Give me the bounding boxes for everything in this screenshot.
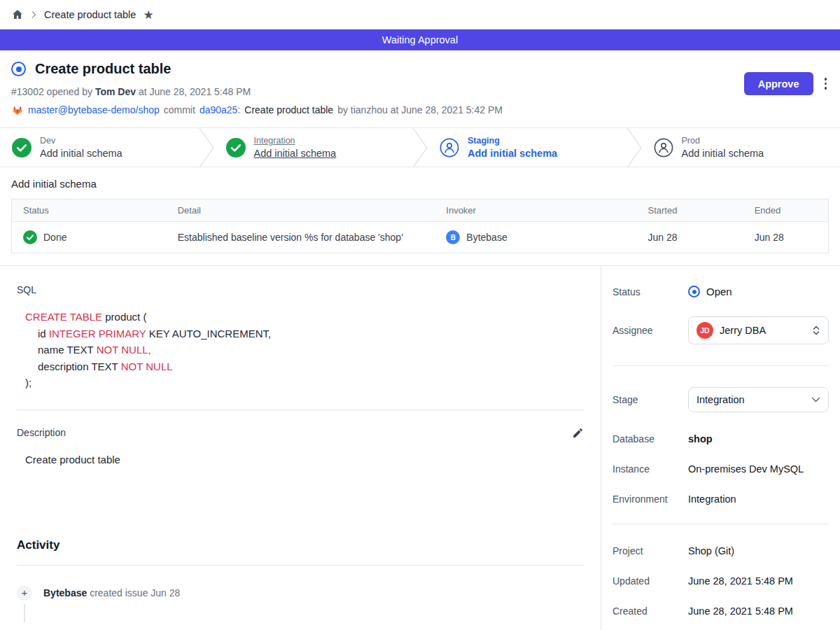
stage-separator-icon [199, 128, 214, 167]
task-status: Done [43, 232, 66, 243]
sql-statement[interactable]: CREATE TABLE product ( id INTEGER PRIMAR… [25, 309, 584, 391]
assignee-value: Jerry DBA [720, 325, 806, 336]
page-title: Create product table [35, 61, 171, 77]
col-ended: Ended [743, 200, 829, 222]
database-label: Database [612, 433, 688, 444]
list-item: + Bytebase created issue Jun 28 [17, 585, 584, 601]
issue-meta: #13002 opened by Tom Dev at June 28, 202… [11, 86, 829, 97]
favorite-star-icon[interactable]: ★ [143, 9, 153, 21]
activity-action: created issue [90, 587, 148, 598]
table-row[interactable]: Done Established baseline version %s for… [12, 222, 829, 253]
activity-section: Activity + Bytebase created issue Jun 28 [17, 538, 584, 601]
stage-done-icon [12, 138, 31, 158]
issue-opened-time: at June 28, 2021 5:48 PM [139, 86, 251, 97]
commit-byline: by tianzhou at June 28, 2021 5:42 PM [337, 104, 503, 115]
pipeline-stage-dev[interactable]: Dev Add initial schema [0, 128, 199, 167]
chevron-down-icon [811, 397, 820, 402]
commit-hash-link[interactable]: da90a25 [200, 104, 238, 115]
task-ended: Jun 28 [743, 222, 829, 253]
created-value: June 28, 2021 5:48 PM [688, 606, 793, 617]
divider [612, 365, 829, 366]
stage-separator-icon [626, 128, 642, 167]
task-invoker: Bytebase [466, 232, 507, 243]
selector-updown-icon [812, 325, 820, 336]
bytebase-avatar: B [446, 230, 460, 244]
pipeline-bar: Dev Add initial schema Integration Add i… [0, 127, 840, 167]
stage-select[interactable]: Integration [688, 387, 829, 412]
edit-description-icon[interactable] [572, 427, 584, 439]
commit-branch-link[interactable]: master@bytebase-demo/shop [28, 104, 160, 115]
database-value[interactable]: shop [688, 433, 713, 444]
more-options-icon[interactable] [822, 75, 830, 92]
updated-value: June 28, 2021 5:48 PM [688, 575, 793, 587]
issue-detail-panel: SQL CREATE TABLE product ( id INTEGER PR… [0, 266, 601, 630]
chevron-right-icon [31, 10, 37, 19]
stage-pending-icon [654, 138, 673, 158]
breadcrumb-current: Create product table [44, 9, 136, 20]
stage-env-label[interactable]: Integration [254, 136, 337, 146]
approve-button[interactable]: Approve [744, 72, 813, 95]
col-status: Status [12, 200, 167, 222]
commit-colon: : [237, 104, 240, 115]
updated-label: Updated [612, 575, 688, 587]
divider [17, 410, 584, 410]
description-label: Description [17, 427, 66, 438]
field-updated: Updated June 28, 2021 5:48 PM [612, 575, 829, 587]
breadcrumb: Create product table ★ [0, 0, 840, 29]
pipeline-stage-staging[interactable]: Staging Add initial schema [428, 128, 626, 167]
environment-value[interactable]: Integration [688, 493, 736, 505]
activity-heading: Activity [17, 538, 584, 552]
field-assignee: Assignee JD Jerry DBA [612, 316, 829, 344]
instance-label: Instance [612, 463, 688, 475]
issue-header: Create product table #13002 opened by To… [0, 50, 840, 127]
pipeline-stage-integration[interactable]: Integration Add initial schema [214, 128, 413, 167]
created-label: Created [612, 606, 688, 617]
stage-task-label: Add initial schema [682, 148, 764, 159]
status-label: Status [612, 286, 688, 298]
assignee-label: Assignee [612, 325, 688, 336]
home-icon[interactable] [11, 8, 24, 21]
done-check-icon [23, 230, 37, 244]
stage-pending-approval-icon [440, 138, 459, 158]
col-detail: Detail [167, 200, 435, 222]
app-root: Create product table ★ Waiting Approval … [0, 0, 840, 630]
issue-sidebar: Status Open Assignee JD Jerry DBA [601, 266, 840, 630]
task-heading: Add initial schema [11, 178, 829, 190]
stage-done-icon [226, 138, 246, 158]
assignee-avatar: JD [696, 322, 713, 339]
activity-date: Jun 28 [150, 587, 180, 598]
assignee-select[interactable]: JD Jerry DBA [688, 316, 829, 344]
description-content[interactable]: Create product table [25, 454, 584, 465]
task-table: Status Detail Invoker Started Ended Done [11, 199, 829, 253]
status-open-icon [688, 286, 700, 298]
stage-value: Integration [696, 394, 805, 405]
issue-number: #13002 opened by [11, 86, 92, 97]
issue-open-icon [11, 62, 26, 76]
stage-env-label: Dev [40, 136, 122, 146]
stage-separator-icon [412, 128, 428, 167]
stage-env-label: Staging [468, 136, 557, 146]
divider [17, 565, 584, 566]
col-invoker: Invoker [435, 200, 636, 222]
environment-label: Environment [612, 493, 688, 505]
project-label: Project [612, 545, 688, 556]
status-value: Open [706, 286, 732, 298]
field-instance: Instance On-premises Dev MySQL [612, 463, 829, 475]
task-started: Jun 28 [636, 222, 743, 253]
commit-word: commit [164, 104, 195, 115]
task-section: Add initial schema Status Detail Invoker… [0, 167, 840, 253]
field-created: Created June 28, 2021 5:48 PM [612, 606, 829, 617]
gitlab-icon [11, 104, 24, 116]
pipeline-stage-prod[interactable]: Prod Add initial schema [642, 128, 840, 167]
instance-value[interactable]: On-premises Dev MySQL [688, 463, 804, 475]
status-banner-text: Waiting Approval [382, 34, 458, 46]
stage-task-label[interactable]: Add initial schema [254, 148, 337, 159]
timeline-line [24, 604, 25, 622]
stage-task-label: Add initial schema [468, 148, 557, 159]
divider [612, 524, 829, 524]
field-status: Status Open [612, 286, 829, 298]
activity-author: Bytebase [43, 587, 87, 598]
col-started: Started [636, 200, 743, 222]
project-value[interactable]: Shop (Git) [688, 545, 734, 556]
sql-label: SQL [17, 284, 584, 295]
